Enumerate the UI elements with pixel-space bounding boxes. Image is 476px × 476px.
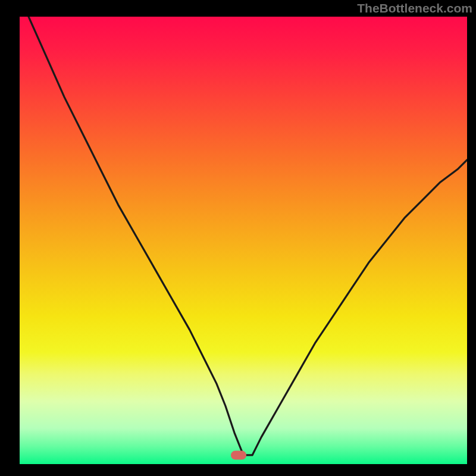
- plot-area: [20, 17, 467, 464]
- watermark-text: TheBottleneck.com: [357, 1, 472, 15]
- chart-frame: TheBottleneck.com: [0, 0, 476, 476]
- bottleneck-curve: [29, 17, 467, 455]
- min-marker: [231, 450, 246, 459]
- curve-svg: [20, 17, 467, 464]
